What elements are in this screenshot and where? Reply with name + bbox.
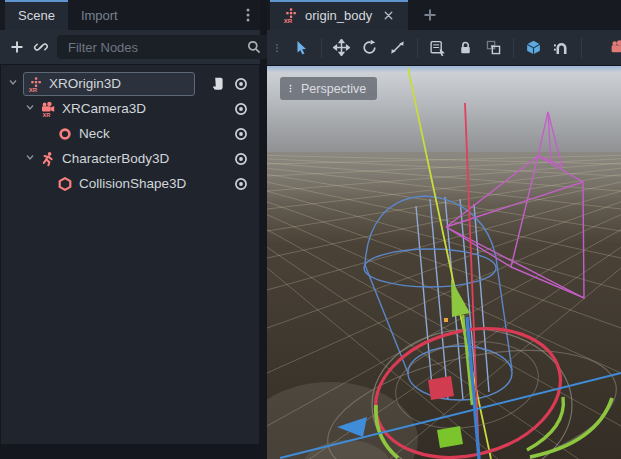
visibility-toggle[interactable] (233, 101, 249, 117)
toolbar-separator (513, 38, 514, 58)
toolbar-separator (321, 38, 322, 58)
3d-viewport[interactable]: Perspective (267, 66, 621, 459)
close-tab-icon[interactable] (382, 9, 395, 22)
chevron-down-icon[interactable] (7, 76, 23, 91)
rotate-tool[interactable] (361, 39, 378, 56)
node-label: CollisionShape3D (79, 176, 186, 191)
filter-nodes-box (57, 35, 269, 59)
lock-button[interactable] (457, 39, 474, 56)
3d-scene (267, 66, 621, 459)
scene-tab-label: origin_body (305, 8, 372, 23)
perspective-label: Perspective (301, 82, 366, 96)
origin-marker (444, 318, 448, 322)
svg-text:XR: XR (284, 18, 293, 23)
scene-dock-tabbar: SceneImport (0, 0, 260, 30)
marker-icon (57, 126, 73, 142)
selected-node-box[interactable]: XRXROrigin3D (23, 72, 195, 96)
chevron-down-icon[interactable] (24, 101, 40, 116)
select-tool[interactable] (293, 39, 310, 56)
move-tool[interactable] (333, 39, 350, 56)
toolbar-drag-handle[interactable] (272, 41, 282, 55)
tree-row-xrcamera3d[interactable]: XRXRCamera3D (1, 96, 259, 121)
tree-row-neck[interactable]: Neck (1, 121, 259, 146)
vertical-dots-icon (286, 82, 295, 95)
dock-menu-icon[interactable] (240, 7, 256, 23)
svg-text:XR: XR (43, 111, 51, 116)
godot-editor: { "left_panel": { "tabs": [ {"label": "S… (0, 0, 621, 459)
list-select-tool[interactable] (429, 39, 446, 56)
local-space-toggle[interactable] (525, 39, 542, 56)
scene-tabbar: XRorigin_body (267, 0, 621, 30)
scene-dock: SceneImport XRXROrigin3DXRXRCamera3DNeck… (0, 0, 260, 445)
perspective-menu[interactable]: Perspective (280, 77, 377, 100)
filter-nodes-input[interactable] (66, 39, 246, 56)
tab-label: Scene (18, 8, 55, 23)
instantiate-scene-button[interactable] (33, 39, 49, 55)
visibility-toggle[interactable] (233, 126, 249, 142)
node-label: Neck (79, 126, 110, 141)
scene-tab-origin_body[interactable]: XRorigin_body (270, 0, 408, 30)
camera-preview-button[interactable] (611, 39, 621, 56)
xr-camera-icon: XR (40, 101, 56, 117)
red-plane-handle[interactable] (428, 376, 454, 400)
snap-toggle[interactable] (553, 39, 570, 56)
chevron-down-icon[interactable] (24, 151, 40, 166)
viewport-toolbar (267, 30, 621, 66)
xr-origin-icon: XR (28, 76, 44, 92)
add-node-button[interactable] (9, 39, 25, 55)
node-label: XRCamera3D (62, 101, 146, 116)
tab-label: Import (81, 8, 118, 23)
tab-scene[interactable]: Scene (5, 0, 68, 30)
visibility-toggle[interactable] (233, 151, 249, 167)
svg-text:XR: XR (29, 86, 38, 91)
scene-tree: XRXROrigin3DXRXRCamera3DNeckCharacterBod… (0, 64, 260, 445)
toolbar-separator (581, 38, 582, 58)
node-label: CharacterBody3D (62, 151, 169, 166)
visibility-toggle[interactable] (233, 176, 249, 192)
toolbar-separator (417, 38, 418, 58)
tab-import[interactable]: Import (68, 0, 131, 30)
tree-row-characterbody3d[interactable]: CharacterBody3D (1, 146, 259, 171)
group-button[interactable] (485, 39, 502, 56)
main-dock: XRorigin_body (267, 0, 621, 459)
visibility-toggle[interactable] (233, 76, 249, 92)
character-body-icon (40, 151, 56, 167)
search-icon (246, 39, 262, 55)
collision-shape-icon (57, 176, 73, 192)
xr-origin-icon: XR (283, 7, 299, 23)
script-icon[interactable] (210, 76, 226, 92)
scene-tree-toolbar (0, 30, 260, 64)
node-label: XROrigin3D (49, 76, 121, 91)
add-scene-tab-button[interactable] (422, 7, 438, 23)
tree-row-xrorigin3d[interactable]: XRXROrigin3D (1, 71, 259, 96)
tree-row-collisionshape3d[interactable]: CollisionShape3D (1, 171, 259, 196)
scale-tool[interactable] (389, 39, 406, 56)
